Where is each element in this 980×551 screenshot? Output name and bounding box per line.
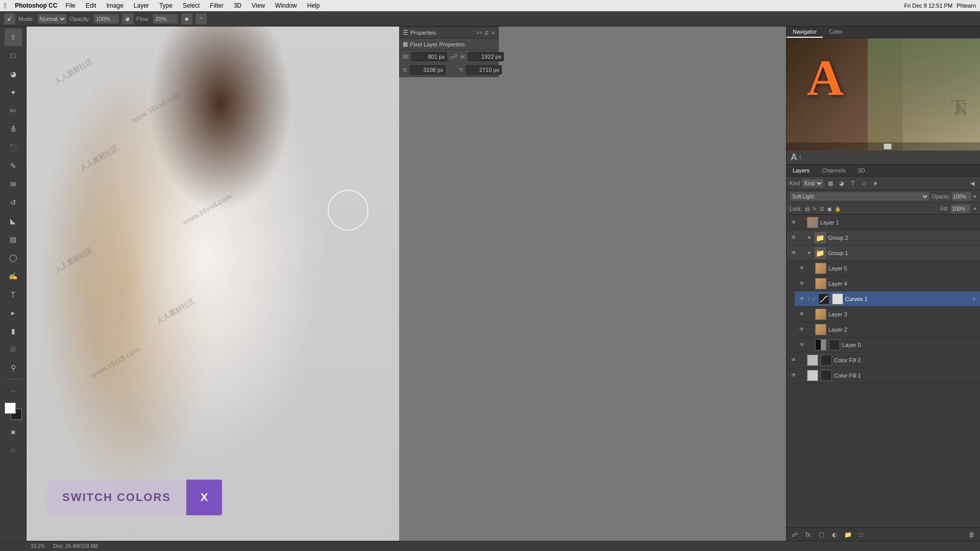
menu-3d[interactable]: 3D <box>232 2 243 9</box>
flow-input[interactable]: 20% <box>153 14 178 24</box>
marquee-tool[interactable]: □ <box>5 47 22 64</box>
menu-layer[interactable]: Layer <box>132 2 151 9</box>
visibility-group2[interactable]: 👁 <box>790 234 798 242</box>
visibility-colorfill1[interactable]: 👁 <box>790 371 798 380</box>
group1-arrow-icon[interactable]: ▼ <box>807 251 812 256</box>
eraser-tool[interactable]: ◣ <box>5 212 22 230</box>
layer-item-colorfill2[interactable]: 👁 Color Fill 2 <box>787 353 980 368</box>
history-brush-tool[interactable]: ↺ <box>5 194 22 211</box>
menu-select[interactable]: Select <box>181 2 202 9</box>
mode-select[interactable]: Normal <box>37 14 67 24</box>
lock-transparency-icon[interactable]: ▤ <box>805 206 810 212</box>
move-tool[interactable]: ⇧ <box>5 29 22 46</box>
tab-color[interactable]: Color <box>823 27 848 38</box>
opacity-dropdown-icon[interactable]: ▼ <box>973 194 977 199</box>
opacity-value-input[interactable]: 100% <box>951 192 972 201</box>
link-layers-icon[interactable]: ☍ <box>790 530 800 540</box>
tab-channels[interactable]: Channels <box>816 165 851 176</box>
dodge-tool[interactable]: ◯ <box>5 249 22 266</box>
navigator-slider-handle[interactable] <box>884 143 892 149</box>
lock-artboard-icon[interactable]: ◼ <box>827 206 831 212</box>
shape-tool[interactable]: ▮ <box>5 322 22 340</box>
visibility-colorfill2[interactable]: 👁 <box>790 356 798 364</box>
fill-value-input[interactable] <box>950 204 971 213</box>
pen-tool[interactable]: ✍ <box>5 267 22 285</box>
visibility-layer3[interactable]: 👁 <box>798 310 806 318</box>
menu-file[interactable]: File <box>63 2 77 9</box>
menu-image[interactable]: Image <box>104 2 125 9</box>
layer-item-layer1[interactable]: 👁 Layer 1 <box>787 215 980 230</box>
visibility-layer0[interactable]: 👁 <box>798 341 806 349</box>
zoom-tool[interactable]: ⚲ <box>5 359 22 377</box>
w-input[interactable] <box>411 52 447 61</box>
layer-item-group1[interactable]: 👁 ▼ 📁 Group 1 <box>787 245 980 261</box>
menu-type[interactable]: Type <box>157 2 175 9</box>
foreground-color-swatch[interactable] <box>5 403 16 414</box>
layer-item-layer3[interactable]: 👁 Layer 3 <box>795 307 980 322</box>
screen-mode[interactable]: □ <box>5 441 22 459</box>
path-select-tool[interactable]: ▸ <box>5 304 22 321</box>
shape-filter-icon[interactable]: ▱ <box>860 179 869 188</box>
layer-item-curves1[interactable]: 👁 f ☍ Curves 1 ► <box>795 291 980 307</box>
brush-tool[interactable]: ✎ <box>5 157 22 174</box>
tab-navigator[interactable]: Navigator <box>787 27 823 38</box>
layer-styles-icon[interactable]: fx <box>803 530 813 540</box>
adjust-filter-icon[interactable]: ◕ <box>837 179 846 188</box>
group2-arrow-icon[interactable]: ▼ <box>807 235 812 240</box>
visibility-layer1[interactable]: 👁 <box>790 218 798 227</box>
tab-layers[interactable]: Layers <box>787 165 816 176</box>
new-layer-icon[interactable]: □ <box>856 530 866 540</box>
properties-close[interactable]: ✕ <box>491 30 495 36</box>
artboard-filter-icon[interactable]: ◀ <box>968 179 977 188</box>
lock-position-icon[interactable]: ☰ <box>820 206 824 212</box>
blend-mode-select[interactable]: Soft Light Normal Multiply Screen Overla… <box>790 192 929 201</box>
y-input[interactable] <box>466 65 502 74</box>
x-input[interactable] <box>410 65 446 74</box>
tab-3d[interactable]: 3D <box>852 165 871 176</box>
h-input[interactable] <box>468 52 504 61</box>
healing-brush-tool[interactable]: ⚫ <box>5 139 22 156</box>
opacity-input[interactable]: 100% <box>93 14 119 24</box>
properties-collapse[interactable]: >> <box>476 30 482 36</box>
layer-item-layer0[interactable]: 👁 Layer 0 <box>795 337 980 353</box>
hand-tool[interactable]: ☉ <box>5 341 22 358</box>
menu-view[interactable]: View <box>250 2 267 9</box>
lasso-tool[interactable]: ◕ <box>5 65 22 83</box>
new-group-icon[interactable]: 📁 <box>843 530 853 540</box>
type-filter-icon[interactable]: T <box>848 179 857 188</box>
switch-colors-button[interactable]: X <box>186 480 222 515</box>
eyedropper-tool[interactable]: ⛢ <box>5 120 22 138</box>
lock-all-icon[interactable]: 🔒 <box>835 206 841 212</box>
menu-filter[interactable]: Filter <box>208 2 226 9</box>
layer-item-group2[interactable]: 👁 ▼ 📁 Group 2 <box>787 230 980 245</box>
layer-item-layer2[interactable]: 👁 Layer 2 <box>795 322 980 337</box>
gradient-tool[interactable]: ▤ <box>5 231 22 248</box>
visibility-layer5[interactable]: 👁 <box>798 264 806 272</box>
lock-paint-icon[interactable]: ✎ <box>813 206 817 212</box>
quick-select-tool[interactable]: ✦ <box>5 84 22 101</box>
quick-mask-tool[interactable]: ▣ <box>5 423 22 440</box>
add-mask-icon[interactable]: ▢ <box>816 530 826 540</box>
clone-stamp-tool[interactable]: ✉ <box>5 176 22 193</box>
visibility-group1[interactable]: 👁 <box>790 249 798 257</box>
type-tool[interactable]: T <box>5 286 22 303</box>
main-canvas[interactable]: 人人素材社区 www.16xx8.com 人人素材社区 www.16xx8.co… <box>27 27 399 541</box>
visibility-layer2[interactable]: 👁 <box>798 325 806 334</box>
menu-help[interactable]: Help <box>305 2 322 9</box>
fill-dropdown-icon[interactable]: ▼ <box>973 207 977 211</box>
visibility-layer4[interactable]: 👁 <box>798 280 806 288</box>
layer-item-layer5[interactable]: 👁 Layer 5 <box>795 261 980 276</box>
kind-select[interactable]: Kind <box>802 179 824 188</box>
extra-tools[interactable]: ··· <box>5 382 22 399</box>
smart-filter-icon[interactable]: ★ <box>871 179 880 188</box>
delete-layer-icon[interactable]: 🗑 <box>967 530 977 540</box>
menu-edit[interactable]: Edit <box>84 2 99 9</box>
layer-item-colorfill1[interactable]: 👁 Color Fill 1 <box>787 368 980 383</box>
visibility-curves1[interactable]: 👁 <box>798 295 806 303</box>
new-adjustment-icon[interactable]: ◐ <box>829 530 840 540</box>
crop-tool[interactable]: ✄ <box>5 102 22 119</box>
properties-menu[interactable]: ☰ <box>484 30 489 36</box>
color-swatches[interactable] <box>5 403 22 420</box>
link-icon[interactable]: ☍ <box>450 53 457 61</box>
layer-item-layer4[interactable]: 👁 Layer 4 <box>795 276 980 291</box>
